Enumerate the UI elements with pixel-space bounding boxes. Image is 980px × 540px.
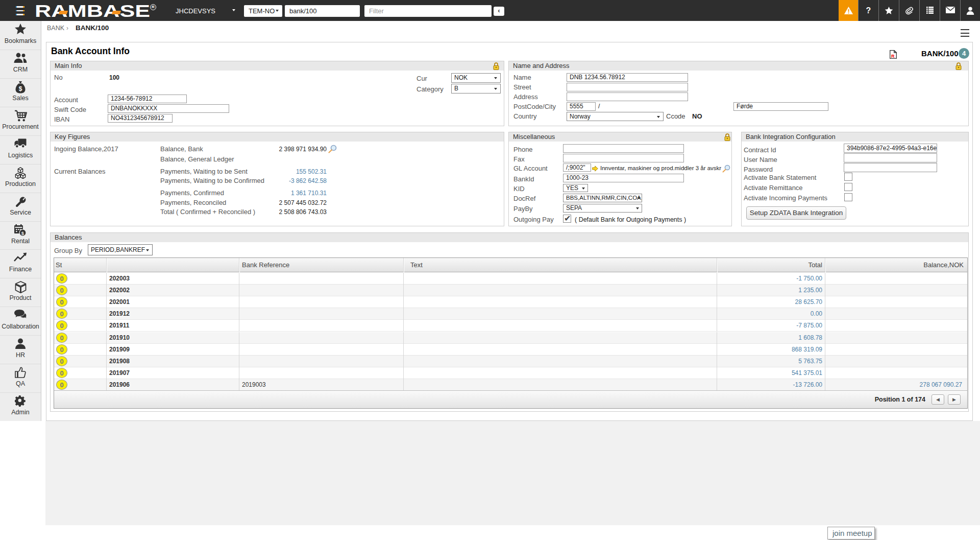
svg-text:$: $ bbox=[19, 85, 22, 92]
svg-text:R: R bbox=[891, 54, 895, 59]
svg-text:$: $ bbox=[21, 230, 24, 236]
